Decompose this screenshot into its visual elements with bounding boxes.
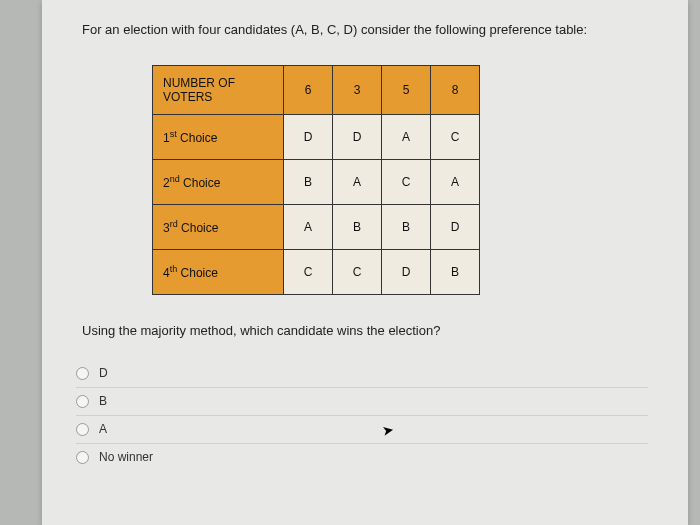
header-label: NUMBER OF VOTERS — [153, 66, 284, 115]
option-row[interactable]: No winner — [76, 444, 648, 471]
cell: C — [431, 115, 480, 160]
voter-count: 6 — [284, 66, 333, 115]
table-row: 2nd Choice B A C A — [153, 160, 480, 205]
voter-count: 5 — [382, 66, 431, 115]
table-header-row: NUMBER OF VOTERS 6 3 5 8 — [153, 66, 480, 115]
cell: B — [431, 250, 480, 295]
table-row: 3rd Choice A B B D — [153, 205, 480, 250]
radio-icon[interactable] — [76, 367, 89, 380]
voter-count: 3 — [333, 66, 382, 115]
option-row[interactable]: A — [76, 416, 648, 444]
followup-text: Using the majority method, which candida… — [82, 323, 648, 338]
choice-label: 4th Choice — [153, 250, 284, 295]
cell: A — [333, 160, 382, 205]
cell: C — [333, 250, 382, 295]
option-label: A — [99, 422, 107, 436]
cell: C — [382, 160, 431, 205]
table-row: 4th Choice C C D B — [153, 250, 480, 295]
question-text: For an election with four candidates (A,… — [82, 22, 648, 37]
cell: B — [382, 205, 431, 250]
radio-icon[interactable] — [76, 451, 89, 464]
option-label: No winner — [99, 450, 153, 464]
cell: A — [284, 205, 333, 250]
option-label: D — [99, 366, 108, 380]
question-page: For an election with four candidates (A,… — [42, 0, 688, 525]
choice-label: 1st Choice — [153, 115, 284, 160]
table-row: 1st Choice D D A C — [153, 115, 480, 160]
cell: D — [431, 205, 480, 250]
option-row[interactable]: B — [76, 388, 648, 416]
cell: C — [284, 250, 333, 295]
cell: B — [333, 205, 382, 250]
cell: D — [284, 115, 333, 160]
radio-icon[interactable] — [76, 395, 89, 408]
cell: A — [382, 115, 431, 160]
choice-label: 2nd Choice — [153, 160, 284, 205]
cell: B — [284, 160, 333, 205]
preference-table-wrap: NUMBER OF VOTERS 6 3 5 8 1st Choice D D … — [152, 65, 648, 295]
radio-icon[interactable] — [76, 423, 89, 436]
choice-label: 3rd Choice — [153, 205, 284, 250]
voter-count: 8 — [431, 66, 480, 115]
cell: A — [431, 160, 480, 205]
cursor-icon: ➤ — [381, 421, 396, 439]
options-list: D B A No winner — [76, 360, 648, 471]
cell: D — [382, 250, 431, 295]
preference-table: NUMBER OF VOTERS 6 3 5 8 1st Choice D D … — [152, 65, 480, 295]
option-row[interactable]: D — [76, 360, 648, 388]
cell: D — [333, 115, 382, 160]
option-label: B — [99, 394, 107, 408]
